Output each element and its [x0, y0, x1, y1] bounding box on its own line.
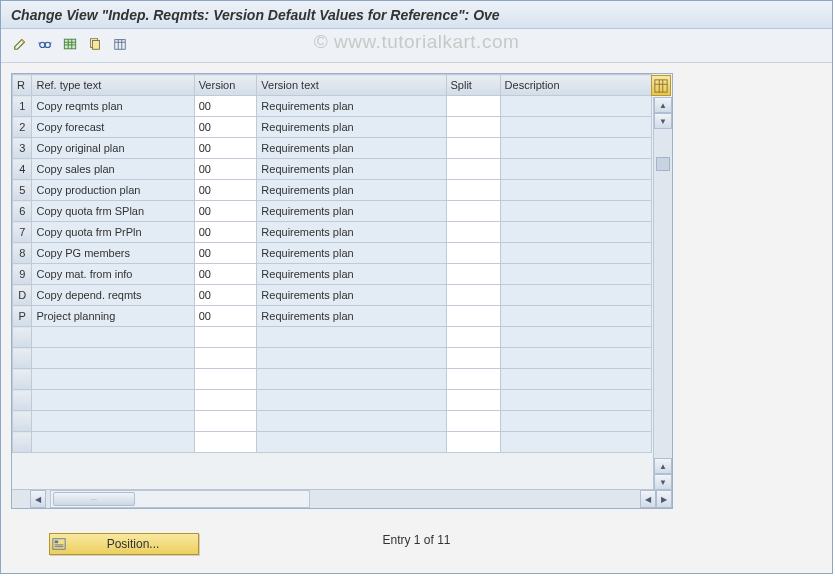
cell-split[interactable] [446, 96, 500, 117]
edit-entry-button[interactable] [9, 33, 31, 55]
cell-split[interactable] [446, 369, 500, 390]
col-header-reftype[interactable]: Ref. type text [32, 75, 194, 96]
table-row[interactable]: 2Copy forecast00Requirements plan [13, 117, 652, 138]
table-row[interactable]: 1Copy reqmts plan00Requirements plan [13, 96, 652, 117]
cell-description[interactable] [500, 264, 651, 285]
cell-ref-type[interactable]: Copy sales plan [32, 159, 194, 180]
table-row[interactable]: 5Copy production plan00Requirements plan [13, 180, 652, 201]
cell-split[interactable] [446, 285, 500, 306]
cell-ref-type[interactable] [32, 411, 194, 432]
cell-split[interactable] [446, 327, 500, 348]
table-row[interactable]: 9Copy mat. from info00Requirements plan [13, 264, 652, 285]
cell-split[interactable] [446, 201, 500, 222]
table-row-empty[interactable] [13, 327, 652, 348]
cell-description[interactable] [500, 96, 651, 117]
cell-split[interactable] [446, 432, 500, 453]
cell-ref-type[interactable]: Copy depend. reqmts [32, 285, 194, 306]
cell-version[interactable] [194, 390, 257, 411]
cell-ref-type[interactable]: Copy quota frm SPlan [32, 201, 194, 222]
table-row-empty[interactable] [13, 348, 652, 369]
cell-ref-type[interactable] [32, 348, 194, 369]
cell-ref-type[interactable]: Copy PG members [32, 243, 194, 264]
row-header[interactable]: 4 [13, 159, 32, 180]
cell-split[interactable] [446, 159, 500, 180]
cell-version-text[interactable] [257, 348, 446, 369]
cell-version[interactable]: 00 [194, 117, 257, 138]
glasses-button[interactable] [34, 33, 56, 55]
cell-ref-type[interactable]: Project planning [32, 306, 194, 327]
cell-split[interactable] [446, 264, 500, 285]
cell-version[interactable]: 00 [194, 306, 257, 327]
table-row[interactable]: PProject planning00Requirements plan [13, 306, 652, 327]
cell-version-text[interactable] [257, 411, 446, 432]
scroll-down-step-icon[interactable]: ▼ [654, 113, 672, 129]
cell-version-text[interactable]: Requirements plan [257, 306, 446, 327]
horizontal-scrollbar[interactable]: ◀ ··· ◀ ▶ [12, 489, 672, 508]
cell-version[interactable]: 00 [194, 201, 257, 222]
cell-version-text[interactable]: Requirements plan [257, 96, 446, 117]
cell-description[interactable] [500, 117, 651, 138]
row-header[interactable]: 5 [13, 180, 32, 201]
cell-description[interactable] [500, 243, 651, 264]
cell-split[interactable] [446, 390, 500, 411]
cell-description[interactable] [500, 306, 651, 327]
cell-version[interactable]: 00 [194, 285, 257, 306]
cell-description[interactable] [500, 348, 651, 369]
cell-description[interactable] [500, 411, 651, 432]
row-header[interactable]: 3 [13, 138, 32, 159]
cell-split[interactable] [446, 222, 500, 243]
scroll-up-step-icon[interactable]: ▲ [654, 458, 672, 474]
cell-version[interactable] [194, 432, 257, 453]
cell-split[interactable] [446, 243, 500, 264]
scroll-left-icon[interactable]: ◀ [30, 490, 46, 508]
table-row[interactable]: 4Copy sales plan00Requirements plan [13, 159, 652, 180]
cell-version-text[interactable] [257, 369, 446, 390]
col-header-version[interactable]: Version [194, 75, 257, 96]
new-entries-button[interactable] [59, 33, 81, 55]
row-header[interactable] [13, 348, 32, 369]
table-row[interactable]: 8Copy PG members00Requirements plan [13, 243, 652, 264]
cell-description[interactable] [500, 138, 651, 159]
cell-description[interactable] [500, 369, 651, 390]
vertical-scrollbar[interactable]: ▲ ▼ ▲ ▼ [653, 97, 672, 490]
cell-description[interactable] [500, 390, 651, 411]
vscroll-marker[interactable] [656, 157, 670, 171]
cell-version[interactable]: 00 [194, 96, 257, 117]
table-row-empty[interactable] [13, 411, 652, 432]
row-header[interactable] [13, 327, 32, 348]
row-header[interactable] [13, 369, 32, 390]
cell-ref-type[interactable]: Copy production plan [32, 180, 194, 201]
cell-description[interactable] [500, 222, 651, 243]
col-header-split[interactable]: Split [446, 75, 500, 96]
cell-version[interactable] [194, 327, 257, 348]
table-row-empty[interactable] [13, 369, 652, 390]
table-row[interactable]: DCopy depend. reqmts00Requirements plan [13, 285, 652, 306]
cell-version[interactable]: 00 [194, 264, 257, 285]
row-header[interactable]: P [13, 306, 32, 327]
cell-version[interactable]: 00 [194, 159, 257, 180]
cell-ref-type[interactable]: Copy mat. from info [32, 264, 194, 285]
cell-description[interactable] [500, 159, 651, 180]
cell-version[interactable]: 00 [194, 180, 257, 201]
copy-as-button[interactable] [84, 33, 106, 55]
row-header[interactable]: 2 [13, 117, 32, 138]
cell-version-text[interactable]: Requirements plan [257, 285, 446, 306]
cell-version-text[interactable] [257, 432, 446, 453]
row-header[interactable] [13, 390, 32, 411]
row-header[interactable] [13, 432, 32, 453]
cell-description[interactable] [500, 201, 651, 222]
table-row-empty[interactable] [13, 432, 652, 453]
table-row-empty[interactable] [13, 390, 652, 411]
col-header-description[interactable]: Description [500, 75, 651, 96]
cell-version-text[interactable]: Requirements plan [257, 159, 446, 180]
cell-version-text[interactable]: Requirements plan [257, 264, 446, 285]
cell-split[interactable] [446, 306, 500, 327]
cell-split[interactable] [446, 180, 500, 201]
cell-ref-type[interactable] [32, 390, 194, 411]
position-button[interactable]: Position... [49, 533, 199, 555]
row-header[interactable]: 6 [13, 201, 32, 222]
cell-ref-type[interactable] [32, 327, 194, 348]
scroll-right-icon[interactable]: ▶ [656, 490, 672, 508]
cell-ref-type[interactable]: Copy original plan [32, 138, 194, 159]
cell-split[interactable] [446, 117, 500, 138]
